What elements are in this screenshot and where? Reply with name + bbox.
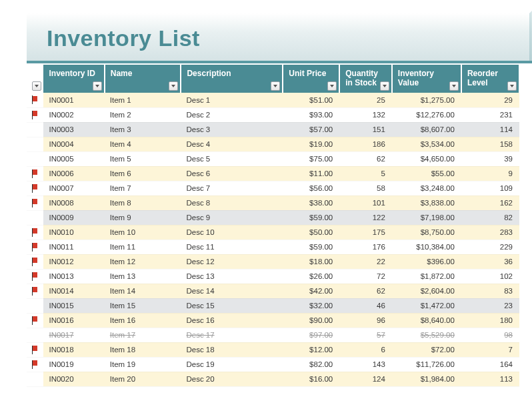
filter-icon[interactable] — [32, 81, 41, 91]
flag-cell[interactable] — [27, 107, 43, 122]
flag-icon — [31, 272, 39, 281]
table-row[interactable]: IN0020Item 20Desc 20$16.00124$1,984.0011… — [27, 372, 519, 386]
flag-cell[interactable] — [27, 240, 43, 254]
flag-icon — [31, 360, 39, 369]
filter-icon[interactable] — [380, 81, 389, 91]
flag-cell[interactable] — [27, 269, 43, 284]
flag-icon — [31, 95, 39, 104]
cell-id: IN0003 — [43, 122, 104, 137]
cell-name: Item 15 — [105, 298, 181, 313]
table-row[interactable]: IN0016Item 16Desc 16$90.0096$8,640.00180 — [27, 313, 519, 328]
col-inventory-value[interactable]: Inventory Value — [392, 65, 461, 93]
filter-icon[interactable] — [93, 81, 102, 91]
col-reorder-level[interactable]: Reorder Level — [461, 65, 519, 93]
filter-icon[interactable] — [169, 81, 178, 91]
cell-value: $8,640.00 — [392, 313, 461, 328]
cell-price: $26.00 — [283, 269, 339, 284]
cell-id: IN0001 — [43, 93, 104, 107]
table-row[interactable]: IN0011Item 11Desc 11$59.00176$10,384.002… — [27, 240, 519, 254]
flag-cell[interactable] — [27, 284, 43, 298]
cell-qty: 175 — [339, 225, 392, 240]
cell-name: Item 11 — [105, 240, 181, 254]
cell-desc: Desc 20 — [181, 372, 283, 386]
flag-cell[interactable] — [27, 181, 43, 195]
cell-reorder: 7 — [461, 342, 519, 357]
flag-cell[interactable] — [27, 225, 43, 240]
col-label: Inventory Value — [398, 69, 434, 87]
table-row[interactable]: IN0015Item 15Desc 15$32.0046$1,472.0023 — [27, 298, 519, 313]
table-row[interactable]: IN0006Item 6Desc 6$11.005$55.009 — [27, 166, 519, 181]
cell-price: $12.00 — [283, 342, 339, 357]
cell-qty: 57 — [339, 328, 392, 342]
inventory-table: Inventory ID Name Description Unit Price… — [27, 65, 520, 387]
flag-cell[interactable] — [27, 254, 43, 269]
filter-icon[interactable] — [449, 81, 459, 91]
col-label: Reorder Level — [467, 69, 498, 87]
cell-qty: 96 — [339, 313, 392, 328]
table-row[interactable]: IN0013Item 13Desc 13$26.0072$1,872.00102 — [27, 269, 519, 284]
flag-cell[interactable] — [27, 151, 43, 166]
flag-cell[interactable] — [27, 372, 43, 386]
cell-value: $11,726.00 — [392, 357, 461, 372]
flag-icon — [31, 346, 39, 354]
cell-id: IN0010 — [43, 225, 104, 240]
flag-cell[interactable] — [27, 166, 43, 181]
cell-qty: 22 — [339, 254, 392, 269]
cell-price: $59.00 — [283, 240, 339, 254]
flag-cell[interactable] — [27, 195, 43, 210]
table-row[interactable]: IN0008Item 8Desc 8$38.00101$3,838.00162 — [27, 195, 519, 210]
flag-cell[interactable] — [27, 342, 43, 357]
flag-cell[interactable] — [27, 313, 43, 328]
cell-qty: 62 — [339, 151, 392, 166]
table-row[interactable]: IN0002Item 2Desc 2$93.00132$12,276.00231 — [27, 107, 519, 122]
flag-cell[interactable] — [27, 298, 43, 313]
table-row[interactable]: IN0003Item 3Desc 3$57.00151$8,607.00114 — [27, 122, 519, 137]
flag-icon — [31, 243, 39, 252]
title-banner: Inventory List — [27, 13, 532, 63]
flag-icon — [31, 287, 39, 296]
cell-price: $42.00 — [283, 284, 339, 298]
col-inventory-id[interactable]: Inventory ID — [43, 65, 104, 93]
cell-desc: Desc 7 — [181, 181, 283, 195]
table-row[interactable]: IN0005Item 5Desc 5$75.0062$4,650.0039 — [27, 151, 519, 166]
cell-value: $4,650.00 — [392, 151, 461, 166]
flag-icon — [31, 316, 39, 325]
cell-qty: 143 — [339, 357, 392, 372]
table-row[interactable]: IN0017Item 17Desc 17$97.0057$5,529.0098 — [27, 328, 519, 342]
filter-icon[interactable] — [507, 81, 517, 91]
col-qty-stock[interactable]: Quantity in Stock — [339, 65, 392, 93]
table-row[interactable]: IN0001Item 1Desc 1$51.0025$1,275.0029 — [27, 93, 519, 107]
cell-id: IN0002 — [43, 107, 104, 122]
cell-qty: 176 — [339, 240, 392, 254]
cell-name: Item 19 — [105, 357, 181, 372]
flag-cell[interactable] — [27, 122, 43, 137]
filter-icon[interactable] — [327, 81, 337, 91]
table-row[interactable]: IN0004Item 4Desc 4$19.00186$3,534.00158 — [27, 137, 519, 151]
flag-cell[interactable] — [27, 357, 43, 372]
filter-icon[interactable] — [271, 81, 280, 91]
cell-reorder: 114 — [461, 122, 519, 137]
table-row[interactable]: IN0007Item 7Desc 7$56.0058$3,248.00109 — [27, 181, 519, 195]
col-unit-price[interactable]: Unit Price — [283, 65, 339, 93]
table-row[interactable]: IN0012Item 12Desc 12$18.0022$396.0036 — [27, 254, 519, 269]
cell-reorder: 102 — [461, 269, 519, 284]
cell-name: Item 12 — [105, 254, 181, 269]
col-name[interactable]: Name — [105, 65, 181, 93]
table-row[interactable]: IN0009Item 9Desc 9$59.00122$7,198.0082 — [27, 210, 519, 225]
table-row[interactable]: IN0010Item 10Desc 10$50.00175$8,750.0028… — [27, 225, 519, 240]
flag-cell[interactable] — [27, 210, 43, 225]
flag-cell[interactable] — [27, 328, 43, 342]
cell-reorder: 180 — [461, 313, 519, 328]
cell-name: Item 4 — [105, 137, 181, 151]
cell-qty: 72 — [339, 269, 392, 284]
table-row[interactable]: IN0014Item 14Desc 14$42.0062$2,604.0083 — [27, 284, 519, 298]
cell-reorder: 113 — [461, 372, 519, 386]
cell-qty: 124 — [339, 372, 392, 386]
flag-cell[interactable] — [27, 137, 43, 151]
cell-reorder: 29 — [461, 93, 519, 107]
cell-price: $19.00 — [283, 137, 339, 151]
table-row[interactable]: IN0019Item 19Desc 19$82.00143$11,726.001… — [27, 357, 519, 372]
col-description[interactable]: Description — [181, 65, 283, 93]
table-row[interactable]: IN0018Item 18Desc 18$12.006$72.007 — [27, 342, 519, 357]
flag-cell[interactable] — [27, 93, 43, 107]
